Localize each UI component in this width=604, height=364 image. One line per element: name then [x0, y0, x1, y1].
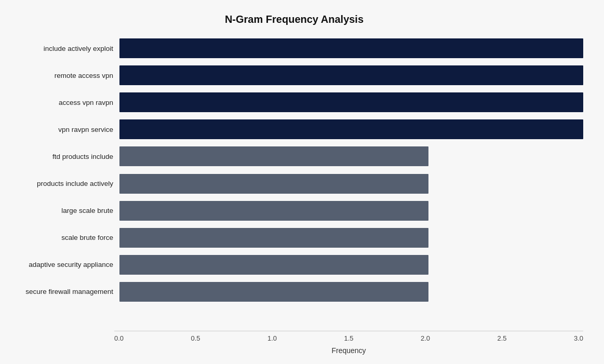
bar-fill [119, 255, 428, 275]
bar-row: adaptive security appliance [5, 251, 583, 278]
x-tick-label: 2.5 [497, 334, 506, 342]
bar-track [119, 255, 583, 275]
bar-label: ftd products include [5, 153, 119, 160]
x-tick-label: 1.0 [267, 334, 277, 342]
bar-fill [119, 174, 428, 194]
bar-label: large scale brute [5, 207, 119, 214]
x-tick-label: 1.5 [344, 334, 353, 342]
bar-label: access vpn ravpn [5, 99, 119, 106]
bar-row: remote access vpn [5, 62, 583, 89]
x-axis-line [114, 331, 583, 331]
bar-row: ftd products include [5, 143, 583, 170]
bar-row: scale brute force [5, 224, 583, 251]
bar-track [119, 92, 583, 112]
chart-area: include actively exploitremote access vp… [5, 35, 583, 305]
chart-container: N-Gram Frequency Analysis include active… [0, 0, 604, 364]
bar-track [119, 146, 583, 166]
bar-row: large scale brute [5, 197, 583, 224]
x-tick-label: 0.5 [191, 334, 200, 342]
x-axis-labels: 0.00.51.01.52.02.53.0 [114, 334, 583, 342]
bar-fill [119, 119, 583, 139]
bar-row: secure firewall management [5, 278, 583, 305]
bar-track [119, 119, 583, 139]
bar-label: remote access vpn [5, 72, 119, 79]
bar-track [119, 228, 583, 248]
x-tick-label: 2.0 [421, 334, 430, 342]
x-tick-label: 3.0 [574, 334, 583, 342]
bar-row: products include actively [5, 170, 583, 197]
bar-track [119, 201, 583, 221]
bar-fill [119, 228, 428, 248]
bar-fill [119, 38, 583, 58]
bar-label: secure firewall management [5, 288, 119, 295]
bar-label: adaptive security appliance [5, 261, 119, 268]
bar-label: include actively exploit [5, 45, 119, 52]
bar-fill [119, 201, 428, 221]
x-tick-label: 0.0 [114, 334, 124, 342]
bar-fill [119, 92, 583, 112]
bar-row: vpn ravpn service [5, 116, 583, 143]
bar-label: products include actively [5, 180, 119, 187]
bar-track [119, 174, 583, 194]
bar-row: access vpn ravpn [5, 89, 583, 116]
x-axis-title: Frequency [114, 346, 583, 355]
bar-row: include actively exploit [5, 35, 583, 62]
bar-track [119, 282, 583, 302]
bar-label: scale brute force [5, 234, 119, 241]
bar-fill [119, 282, 428, 302]
chart-title: N-Gram Frequency Analysis [5, 14, 583, 25]
bar-track [119, 38, 583, 58]
bar-label: vpn ravpn service [5, 126, 119, 133]
bar-track [119, 65, 583, 85]
bar-fill [119, 146, 428, 166]
bar-fill [119, 65, 583, 85]
x-axis-area: 0.00.51.01.52.02.53.0 Frequency [114, 331, 583, 355]
